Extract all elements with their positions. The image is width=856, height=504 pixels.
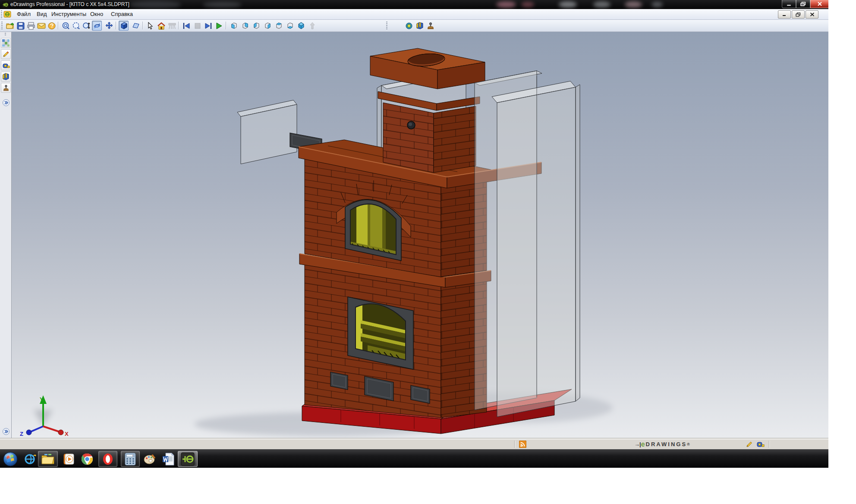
menu-bar: Файл Вид Инструменты Окно Справка — [0, 9, 828, 20]
rss-icon[interactable] — [519, 441, 526, 448]
status-bar: →|eDRAWINGS® — [0, 438, 828, 449]
maximize-restore-button[interactable] — [796, 0, 810, 8]
menu-file[interactable]: Файл — [13, 9, 35, 19]
glass-blur-blob — [521, 2, 534, 7]
brand-e: e — [641, 441, 645, 448]
menu-help[interactable]: Справка — [107, 9, 137, 19]
mdi-minimize-button[interactable] — [778, 10, 791, 19]
markup-pencil-button[interactable] — [1, 49, 11, 59]
select-button[interactable] — [145, 21, 155, 31]
toolbar-grip[interactable] — [5, 33, 6, 36]
statusbar-pencil-icon[interactable] — [746, 441, 753, 450]
expand-more-button[interactable] — [1, 98, 11, 107]
view-isometric-button[interactable] — [296, 21, 306, 31]
shaded-view-button[interactable] — [119, 21, 129, 31]
brand-name: DRAWINGS — [646, 441, 687, 447]
zoom-area-button[interactable] — [71, 21, 81, 31]
taskbar-edrawings[interactable] — [178, 451, 198, 467]
help-button[interactable] — [47, 21, 57, 31]
mass-properties-button[interactable] — [404, 21, 414, 31]
measure-tape-button[interactable] — [1, 60, 11, 70]
side-toolbar — [0, 32, 12, 438]
brand-arrow: →| — [634, 441, 641, 447]
stand-tool-button[interactable] — [167, 21, 177, 31]
rotate-button[interactable] — [92, 21, 102, 31]
last-view-button[interactable] — [203, 21, 213, 31]
viewport-3d[interactable]: Y Z X — [12, 32, 828, 438]
open-button[interactable] — [5, 21, 15, 31]
minimize-button[interactable] — [782, 0, 796, 8]
view-left-button[interactable] — [251, 21, 261, 31]
toolbar-grip[interactable] — [1, 22, 3, 30]
taskbar-internet-explorer[interactable] — [22, 451, 37, 467]
stop-animation-button[interactable] — [192, 21, 202, 31]
start-button[interactable] — [2, 451, 19, 467]
zoom-in-out-button[interactable] — [82, 21, 91, 31]
play-animation-button[interactable] — [214, 21, 224, 31]
edrawings-app-icon — [2, 1, 9, 8]
glass-blur-blob — [625, 1, 642, 8]
chimney[interactable] — [383, 103, 476, 173]
statusbar-measure-icon[interactable] — [756, 441, 765, 450]
axis-x-label: X — [65, 431, 69, 437]
statusbar-groove — [514, 441, 515, 448]
home-view-button[interactable] — [156, 21, 166, 31]
glass-blur-blob — [203, 2, 242, 8]
document-icon[interactable] — [3, 10, 12, 18]
toolbar-separator — [226, 22, 226, 29]
close-button[interactable] — [810, 0, 828, 8]
window-title: eDrawings Professional - [КПТО с ХК 5x4.… — [10, 1, 129, 7]
taskbar-media-player[interactable] — [61, 451, 76, 467]
glass-blur-blob — [593, 1, 611, 8]
stamp-button[interactable] — [1, 83, 11, 93]
page-canvas: eDrawings Professional - [КПТО с ХК 5x4.… — [0, 0, 856, 504]
axis-z-label: Z — [20, 431, 23, 437]
toolbar-grip[interactable] — [1, 10, 2, 19]
view-right-button[interactable] — [262, 21, 272, 31]
glass-blur-blob — [496, 1, 516, 8]
toolbar-separator — [58, 22, 58, 29]
taskbar: 8 RU 19:59 06.03.2024 — [0, 449, 828, 468]
cross-section-button[interactable] — [415, 21, 425, 31]
glass-blur-blob — [651, 2, 663, 7]
glass-blur-blob — [129, 1, 181, 9]
view-back-button[interactable] — [240, 21, 250, 31]
cross-section-button[interactable] — [1, 72, 11, 82]
edrawings-brand: →|eDRAWINGS® — [634, 440, 690, 448]
menu-window[interactable]: Окно — [86, 9, 107, 19]
mdi-window-controls — [778, 10, 818, 19]
view-front-button[interactable] — [229, 21, 239, 31]
mdi-close-button[interactable] — [806, 10, 818, 19]
taskbar-word[interactable] — [160, 451, 176, 467]
window-titlebar: eDrawings Professional - [КПТО с ХК 5x4.… — [0, 0, 828, 9]
taskbar-opera[interactable] — [98, 451, 117, 467]
axis-y-label: Y — [40, 396, 44, 403]
save-button[interactable] — [16, 21, 25, 31]
reset-view-button[interactable] — [307, 21, 317, 31]
hidden-lines-view-button[interactable] — [131, 21, 141, 31]
texture-pattern-button[interactable] — [1, 38, 11, 48]
taskbar-calculator[interactable]: 8 — [121, 451, 140, 467]
mdi-restore-button[interactable] — [792, 10, 805, 19]
desktop-screenshot: eDrawings Professional - [КПТО с ХК 5x4.… — [0, 0, 828, 468]
brand-registered: ® — [687, 442, 690, 447]
print-button[interactable] — [26, 21, 36, 31]
pan-button[interactable] — [104, 21, 114, 31]
toolbar-separator — [142, 22, 143, 29]
view-top-button[interactable] — [274, 21, 283, 31]
stamp-button[interactable] — [425, 21, 435, 31]
expand-panel-button[interactable] — [1, 426, 11, 436]
send-email-button[interactable] — [36, 21, 46, 31]
taskbar-windows-explorer[interactable] — [38, 451, 58, 467]
toolbar-separator — [116, 22, 116, 29]
statusbar-groove — [769, 441, 770, 448]
view-bottom-button[interactable] — [285, 21, 295, 31]
menu-tools[interactable]: Инструменты — [47, 9, 90, 19]
zoom-to-fit-button[interactable] — [61, 21, 71, 31]
glass-panel-right-front[interactable] — [492, 76, 580, 417]
first-view-button[interactable] — [181, 21, 191, 31]
taskbar-chrome[interactable] — [79, 451, 95, 467]
taskbar-paint[interactable] — [142, 451, 158, 467]
toolbar-grip[interactable] — [386, 22, 387, 30]
main-toolbar — [0, 20, 828, 32]
